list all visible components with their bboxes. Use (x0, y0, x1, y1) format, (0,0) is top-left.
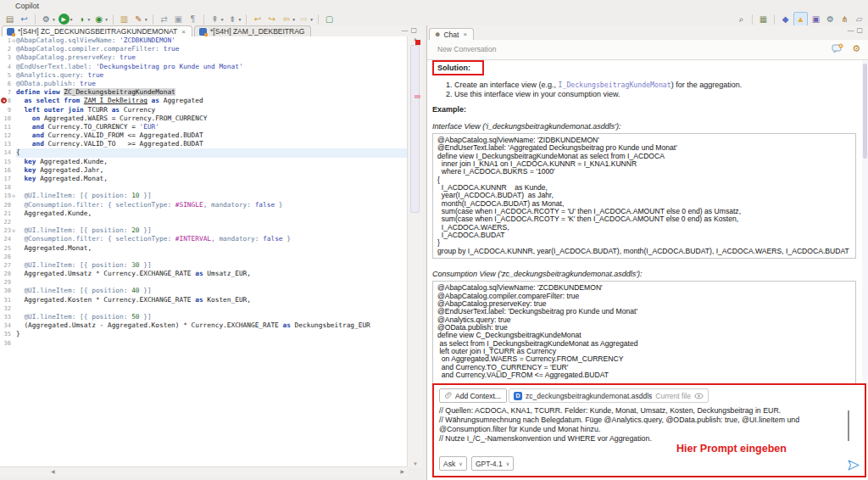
editor-line[interactable]: 15 key Aggregated.Kunde, (0, 158, 408, 166)
editor-line[interactable]: 23⊖ @UI.lineItem: [{ position: 20 }] (0, 226, 408, 235)
editor-line[interactable]: 35} (0, 330, 408, 338)
scroll-right-icon[interactable]: ▶ (400, 468, 404, 474)
code-line: I_ACDOCA.BUDAT (437, 232, 851, 239)
vertical-scrollbar[interactable] (410, 45, 420, 213)
editor-line[interactable]: 32 (0, 304, 408, 313)
code-editor[interactable]: 1⊖@AbapCatalog.sqlViewName: 'ZCDBKUNDEMO… (0, 36, 408, 467)
editor-line[interactable]: 17 key Aggregated.Monat, (0, 175, 408, 183)
forward-icon[interactable]: ⇨▾ (298, 13, 314, 25)
add-context-button[interactable]: Add Context... (439, 388, 507, 403)
editor-tab-bar: *[S4H] ZC_DECKUNGSBEITRAGKUNDEMONAT×*[S4… (0, 25, 423, 37)
profile-icon[interactable]: ◉▾ (92, 13, 108, 25)
back-icon[interactable]: ⇦▾ (280, 13, 296, 25)
editor-line[interactable]: 4@EndUserText.label: 'Deckungsbeitrag pr… (0, 63, 408, 71)
maximize-icon[interactable]: ▢ (410, 26, 420, 34)
editor-line[interactable]: 27 @UI.lineItem: [{ position: 30 }] (0, 261, 408, 270)
context-file-chip[interactable]: D zc_deckungsbeitragkundemonat.asddls Cu… (509, 388, 709, 403)
editor-line[interactable]: 24 @Consumption.filter: { selectionType:… (0, 235, 408, 243)
debug-perspective-icon[interactable]: ▣ (810, 13, 822, 25)
editor-tab-label: *[S4H] ZAM_I_DEKBEITRAG (210, 27, 304, 36)
editor-line[interactable]: 5@Analytics.query: true (0, 71, 408, 80)
coverage-icon[interactable]: ◑▾ (75, 13, 92, 25)
editor-tab[interactable]: *[S4H] ZC_DECKUNGSBEITRAGKUNDEMONAT× (2, 25, 192, 36)
line-number: 2 (0, 45, 11, 53)
abap-perspective-icon[interactable]: ▲ (793, 12, 808, 26)
sql-console-perspective-icon[interactable]: ▱ (853, 13, 865, 25)
editor-line[interactable]: 10 on Aggregated.WAERS = Currency.FROM_C… (0, 114, 408, 123)
next-edit-location-icon[interactable]: ↪ (265, 13, 278, 25)
editor-line[interactable]: 30 @UI.lineItem: [{ position: 40 }] (0, 287, 408, 295)
show-whitespace-icon[interactable]: ¶ (186, 13, 199, 25)
new-editor-window-icon[interactable]: ▢ (323, 13, 336, 25)
plug-in-perspective-icon-glyph: ⚙ (825, 14, 836, 25)
prompt-input[interactable]: // Quellen: ACDOCA, KNA1, TCURR. Felder:… (439, 406, 839, 444)
editor-line[interactable]: 7define view ZC_DeckungsbeitragKundeMona… (0, 88, 408, 97)
scroll-down-icon[interactable]: ▼ (408, 461, 423, 466)
run-icon[interactable]: ▶▾ (58, 13, 74, 25)
editor-line[interactable]: 19⊖ @UI.lineItem: [{ position: 10 }] (0, 192, 408, 200)
send-icon[interactable] (848, 460, 860, 471)
open-abap-object-icon[interactable]: ↩ (18, 13, 31, 25)
prompt-scrollbar[interactable] (848, 410, 849, 441)
editor-line[interactable]: 14{ (0, 148, 408, 157)
scroll-left-icon[interactable]: ◀ (51, 468, 55, 474)
chat-minmax-buttons[interactable]: —▢ (847, 26, 865, 34)
close-icon[interactable]: × (463, 31, 467, 38)
editor-line[interactable]: 13 and Currency.VALID_TO >= Aggregated.B… (0, 140, 408, 148)
editor-line[interactable]: 34 (Aggregated.Umsatz - Aggregated.Koste… (0, 321, 408, 330)
maximize-icon[interactable]: ▢ (856, 26, 865, 34)
minimize-icon[interactable]: — (847, 26, 856, 34)
editor-line[interactable]: 33 @UI.lineItem: [{ position: 50 }] (0, 313, 408, 321)
editor-line[interactable]: 29 (0, 278, 408, 287)
last-edit-location-icon-glyph: ↩ (252, 14, 263, 25)
mode-select[interactable]: Ask ∨ (439, 456, 467, 471)
last-edit-location-icon[interactable]: ↩ (251, 13, 264, 25)
debug-icon[interactable]: ⚙▾ (40, 13, 56, 25)
editor-line[interactable]: 11 and Currency.TO_CURRENCY = 'EUR' (0, 123, 408, 131)
minimize-icon[interactable]: — (401, 26, 410, 34)
eye-icon[interactable] (694, 393, 704, 399)
editor-tab[interactable]: *[S4H] ZAM_I_DEKBEITRAG (194, 25, 311, 36)
java-ee-perspective-icon[interactable]: ◆ (779, 13, 792, 25)
editor-line[interactable]: 26 (0, 253, 408, 261)
editor-minmax-buttons[interactable]: —▢ (401, 26, 420, 34)
new-conversation-icon[interactable] (832, 43, 843, 53)
next-annotation-icon[interactable]: ⇟▾ (226, 13, 242, 25)
editor-line[interactable]: 36 (0, 339, 408, 348)
editor-line[interactable]: 3@AbapCatalog.preserveKey: true (0, 53, 408, 62)
new-wizard-icon[interactable]: ▤ (3, 13, 16, 25)
launch-icon[interactable]: ✎▾ (132, 13, 148, 25)
editor-line[interactable]: 8 as select from ZAM_I_DekBeitrag as Agg… (0, 97, 408, 105)
pin-editor-icon[interactable]: ▣ (172, 13, 185, 25)
editor-line[interactable]: 2@AbapCatalog.compiler.compareFilter: tr… (0, 45, 408, 53)
editor-line[interactable]: 31 Aggregated.Kosten * Currency.EXCHANGE… (0, 296, 408, 304)
editor-line[interactable]: 20 @Consumption.filter: { selectionType:… (0, 201, 408, 209)
editor-line[interactable]: 12 and Currency.VALID_FROM <= Aggregated… (0, 131, 408, 140)
hierarchy-perspective-icon[interactable]: ⋔ (838, 13, 851, 25)
open-resource-icon[interactable]: ▥ (118, 13, 131, 25)
editor-line[interactable]: 28 Aggregated.Umsatz * Currency.EXCHANGE… (0, 270, 408, 278)
search-icon[interactable]: ⌕ (735, 13, 748, 25)
editor-line[interactable]: 21 Aggregated.Kunde, (0, 209, 408, 218)
tab-chat[interactable]: ☻ Chat × (429, 28, 474, 40)
horizontal-scrollbar[interactable]: ◀ ▶ (0, 466, 408, 477)
chat-settings-icon[interactable]: ⚙ (852, 43, 860, 53)
close-icon[interactable]: × (181, 28, 186, 36)
open-perspective-icon[interactable]: ▦ (757, 13, 770, 25)
chat-message-area: Solution: 1. Create an interface view (e… (431, 59, 861, 383)
editor-line[interactable]: 22 (0, 218, 408, 226)
editor-line[interactable]: 6@OData.publish: true (0, 80, 408, 88)
editor-line[interactable]: 1⊖@AbapCatalog.sqlViewName: 'ZCDBKUNDEMO… (0, 36, 408, 45)
previous-annotation-icon[interactable]: ⇞▾ (209, 13, 225, 25)
editor-line[interactable]: 25 Aggregated.Monat, (0, 244, 408, 253)
context-file-name: zc_deckungsbeitragkundemonat.asddls (526, 392, 652, 400)
link-editor-icon[interactable]: ⇄ (158, 13, 170, 25)
editor-line[interactable]: 16 key Aggregated.Jahr, (0, 166, 408, 175)
editor-line[interactable]: 18 (0, 183, 408, 192)
line-number: 31 (0, 296, 11, 304)
chat-scrollbar[interactable] (862, 60, 868, 381)
editor-line[interactable]: 9 left outer join TCURR as Currency (0, 106, 408, 114)
model-select[interactable]: GPT-4.1 ∨ (471, 456, 514, 471)
warning-marker[interactable] (415, 95, 420, 98)
plug-in-perspective-icon[interactable]: ⚙ (824, 13, 837, 25)
